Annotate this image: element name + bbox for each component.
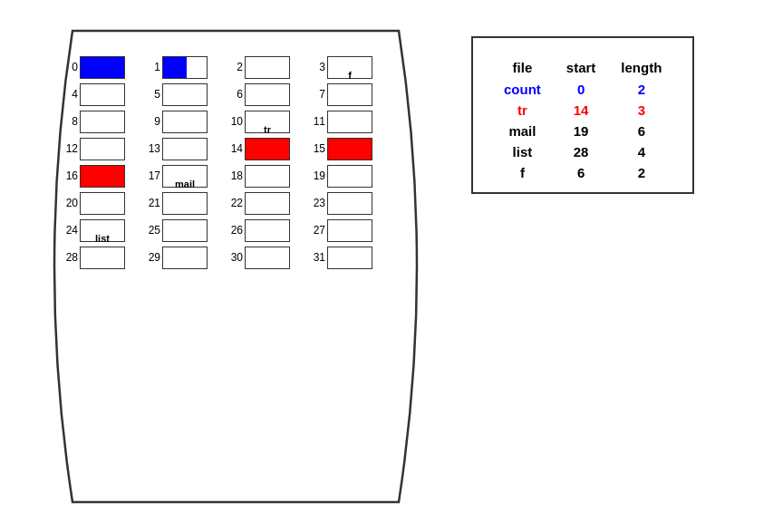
cell-number-31: 31 xyxy=(311,251,325,264)
cell-number-24: 24 xyxy=(63,224,78,237)
cell-number-17: 17 xyxy=(146,169,160,182)
cell-box-4 xyxy=(80,83,125,106)
table-row-list: list284 xyxy=(491,141,674,162)
cell-box-28: list xyxy=(80,247,125,269)
cell-label-tr: tr xyxy=(264,124,271,135)
cell-box-14: tr xyxy=(245,138,290,160)
cell-number-8: 8 xyxy=(63,115,78,128)
cell-number-3: 3 xyxy=(311,61,325,73)
cell-box-18 xyxy=(245,165,290,188)
cell-number-15: 15 xyxy=(311,142,325,155)
cell-box-26 xyxy=(245,219,290,242)
cell-box-15 xyxy=(327,138,372,160)
length-cell-mail: 6 xyxy=(608,121,674,141)
col-file: file xyxy=(491,56,554,79)
cell-number-7: 7 xyxy=(311,88,325,101)
cell-box-16 xyxy=(80,165,125,188)
cell-number-4: 4 xyxy=(63,88,78,101)
cell-box-31 xyxy=(327,247,372,269)
cell-box-7: f xyxy=(327,83,372,106)
cell-number-22: 22 xyxy=(228,197,243,209)
cell-box-13 xyxy=(162,138,208,160)
cell-box-27 xyxy=(327,219,372,242)
cell-box-1 xyxy=(162,56,208,79)
cell-number-27: 27 xyxy=(311,224,325,237)
cell-number-30: 30 xyxy=(228,251,243,264)
file-cell-count: count xyxy=(491,79,554,100)
cell-number-16: 16 xyxy=(63,169,78,182)
cell-label-list: list xyxy=(95,233,110,244)
cell-number-11: 11 xyxy=(311,115,325,128)
table-row-count: count02 xyxy=(491,79,674,100)
cell-number-25: 25 xyxy=(146,224,160,237)
length-cell-tr: 3 xyxy=(608,100,674,121)
cell-number-26: 26 xyxy=(228,224,243,237)
cell-number-6: 6 xyxy=(228,88,243,101)
cell-number-13: 13 xyxy=(146,142,160,155)
cell-number-29: 29 xyxy=(146,251,160,264)
cell-box-11 xyxy=(327,111,372,133)
cell-box-29 xyxy=(162,247,208,269)
start-cell-f: 6 xyxy=(554,162,609,183)
file-cell-list: list xyxy=(491,141,554,162)
start-cell-tr: 14 xyxy=(554,100,609,121)
cell-box-12 xyxy=(80,138,125,160)
cell-box-5 xyxy=(162,83,208,106)
cell-number-10: 10 xyxy=(228,115,243,128)
directory-table: file start length count02tr143mail196lis… xyxy=(471,36,694,194)
start-cell-mail: 19 xyxy=(554,121,609,141)
cell-number-1: 1 xyxy=(146,61,160,73)
cell-box-30 xyxy=(245,247,290,269)
start-cell-list: 28 xyxy=(554,141,609,162)
length-cell-f: 2 xyxy=(608,162,674,183)
cell-label-mail: mail xyxy=(175,179,195,189)
table-row-tr: tr143 xyxy=(491,100,674,121)
cell-number-28: 28 xyxy=(63,251,78,264)
table-row-mail: mail196 xyxy=(491,121,674,141)
cell-number-19: 19 xyxy=(311,169,325,182)
cell-number-9: 9 xyxy=(146,115,160,128)
cell-box-9 xyxy=(162,111,208,133)
cell-number-2: 2 xyxy=(228,61,243,73)
cell-box-0 xyxy=(80,56,125,79)
cell-box-6 xyxy=(245,83,290,106)
cell-number-20: 20 xyxy=(63,197,78,209)
table-row-f: f62 xyxy=(491,162,674,183)
cell-box-22 xyxy=(245,192,290,215)
col-length: length xyxy=(608,56,674,79)
cell-box-8 xyxy=(80,111,125,133)
cell-label-f: f xyxy=(348,70,352,81)
cell-box-2 xyxy=(245,56,290,79)
cell-number-18: 18 xyxy=(228,169,243,182)
cell-box-20 xyxy=(80,192,125,215)
cell-number-12: 12 xyxy=(63,142,78,155)
length-cell-list: 4 xyxy=(608,141,674,162)
col-start: start xyxy=(554,56,609,79)
file-cell-tr: tr xyxy=(491,100,554,121)
file-cell-f: f xyxy=(491,162,554,183)
cell-box-25 xyxy=(162,219,208,242)
cell-number-21: 21 xyxy=(146,197,160,209)
start-cell-count: 0 xyxy=(554,79,609,100)
disk-panel: 01234567f891011121314tr15161718192021mai… xyxy=(18,22,435,511)
file-cell-mail: mail xyxy=(491,121,554,141)
cell-number-5: 5 xyxy=(146,88,160,101)
cell-box-21: mail xyxy=(162,192,208,215)
cell-number-0: 0 xyxy=(63,61,78,73)
cell-box-23 xyxy=(327,192,372,215)
cell-box-19 xyxy=(327,165,372,188)
cell-number-14: 14 xyxy=(228,142,243,155)
length-cell-count: 2 xyxy=(608,79,674,100)
cell-number-23: 23 xyxy=(311,197,325,209)
